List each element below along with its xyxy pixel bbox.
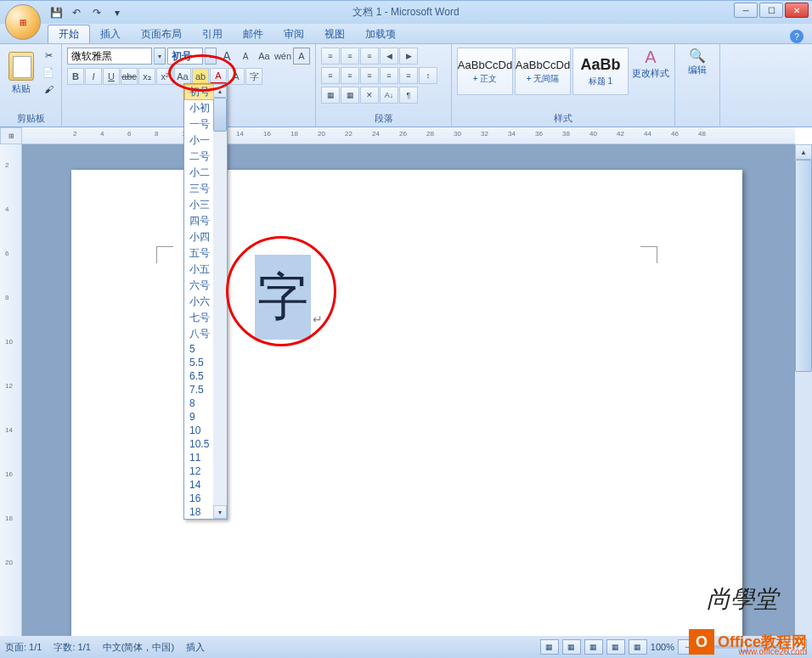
- line-spacing-button[interactable]: ↕: [419, 67, 437, 84]
- qat-more-icon[interactable]: ▾: [109, 4, 126, 21]
- redo-icon[interactable]: ↷: [88, 4, 105, 21]
- paste-button[interactable]: 粘贴: [5, 48, 37, 98]
- group-label-paragraph: 段落: [321, 110, 446, 127]
- dropdown-scrollbar[interactable]: ▲ ▼: [213, 84, 227, 519]
- zoom-level[interactable]: 100%: [651, 642, 674, 652]
- decrease-indent-button[interactable]: ◀: [380, 48, 398, 65]
- tab-review[interactable]: 审阅: [273, 25, 314, 43]
- distribute-button[interactable]: ≡: [399, 67, 418, 84]
- enclose-char-button[interactable]: 字: [245, 68, 262, 85]
- numbering-button[interactable]: ≡: [341, 48, 359, 65]
- tab-mailings[interactable]: 邮件: [233, 25, 273, 43]
- font-name-dropdown[interactable]: ▾: [154, 48, 166, 65]
- view-web[interactable]: ▦: [584, 639, 603, 655]
- scroll-up-button[interactable]: ▲: [213, 84, 227, 98]
- office-button[interactable]: ⊞: [5, 4, 41, 40]
- undo-icon[interactable]: ↶: [68, 4, 85, 21]
- font-size-combo[interactable]: 初号: [167, 48, 203, 65]
- shading-button[interactable]: ▦: [321, 87, 340, 104]
- justify-button[interactable]: ≡: [380, 67, 398, 84]
- selected-text[interactable]: 字: [255, 255, 311, 340]
- tab-layout[interactable]: 页面布局: [131, 25, 192, 43]
- strike-button[interactable]: abc: [121, 68, 138, 85]
- sort-button[interactable]: A↓: [380, 87, 398, 104]
- status-insert-mode[interactable]: 插入: [186, 641, 205, 654]
- watermark-logo: O Office教程网: [689, 629, 807, 655]
- ribbon: 粘贴 ✂ 📄 🖌 剪贴板 微软雅黑 ▾ 初号 ▾ A A Aa wén A: [0, 44, 812, 127]
- shrink-font-button[interactable]: A: [237, 48, 254, 65]
- watermark-brand: 尚學堂: [707, 583, 778, 616]
- tab-view[interactable]: 视图: [314, 25, 355, 43]
- clear-format-button[interactable]: Aa: [256, 48, 273, 65]
- vertical-scrollbar[interactable]: ▲: [795, 144, 812, 636]
- superscript-button[interactable]: x²: [156, 68, 173, 85]
- status-language[interactable]: 中文(简体，中国): [103, 641, 174, 654]
- vertical-ruler[interactable]: 2468101214161820: [0, 144, 22, 636]
- tab-insert[interactable]: 插入: [90, 25, 131, 43]
- bullets-button[interactable]: ≡: [321, 48, 340, 65]
- title-bar: ⊞ 💾 ↶ ↷ ▾ 文档 1 - Microsoft Word ─ ☐ ✕: [0, 0, 812, 24]
- maximize-button[interactable]: ☐: [759, 3, 783, 18]
- scroll-thumb[interactable]: [213, 98, 227, 132]
- change-case-button[interactable]: Aa: [174, 68, 191, 85]
- font-color-button[interactable]: A: [210, 68, 227, 85]
- quick-access-toolbar: 💾 ↶ ↷ ▾: [48, 4, 126, 21]
- bold-button[interactable]: B: [67, 68, 84, 85]
- margin-mark-tr: [640, 246, 657, 263]
- group-label-styles: 样式: [457, 110, 669, 127]
- horizontal-ruler[interactable]: 2468101214161820222426283032343638404244…: [22, 127, 795, 144]
- view-draft[interactable]: ▦: [629, 639, 647, 655]
- borders-button[interactable]: ▦: [341, 87, 359, 104]
- align-center-button[interactable]: ≡: [341, 67, 359, 84]
- close-button[interactable]: ✕: [785, 3, 809, 18]
- view-fullscreen[interactable]: ▦: [562, 639, 581, 655]
- snap-button[interactable]: ✕: [360, 87, 379, 104]
- style-nospacing[interactable]: AaBbCcDd + 无间隔: [515, 48, 571, 95]
- scroll-down-button[interactable]: ▼: [213, 505, 227, 519]
- font-name-combo[interactable]: 微软雅黑: [67, 48, 152, 65]
- underline-button[interactable]: U: [103, 68, 120, 85]
- tab-references[interactable]: 引用: [192, 25, 233, 43]
- tab-home[interactable]: 开始: [48, 25, 90, 43]
- italic-button[interactable]: I: [85, 68, 102, 85]
- char-shading-button[interactable]: A: [228, 68, 245, 85]
- font-size-dropdown-list[interactable]: 初号小初一号小一二号小二三号小三四号小四五号小五六号小六七号八号55.56.57…: [183, 83, 228, 520]
- status-page[interactable]: 页面: 1/1: [5, 641, 42, 654]
- group-label-clipboard: 剪贴板: [5, 110, 56, 127]
- group-clipboard: 粘贴 ✂ 📄 🖌 剪贴板: [0, 44, 62, 127]
- font-size-dropdown[interactable]: ▾: [205, 48, 217, 65]
- ruler-corner[interactable]: ⊞: [0, 127, 22, 144]
- align-right-button[interactable]: ≡: [360, 67, 379, 84]
- minimize-button[interactable]: ─: [734, 3, 758, 18]
- multilevel-button[interactable]: ≡: [360, 48, 379, 65]
- style-normal[interactable]: AaBbCcDd + 正文: [457, 48, 513, 95]
- tab-addins[interactable]: 加载项: [355, 25, 406, 43]
- view-print-layout[interactable]: ▦: [540, 639, 559, 655]
- group-styles: AaBbCcDd + 正文 AaBbCcDd + 无间隔 AaBb 标题 1 A…: [452, 44, 675, 127]
- paste-icon: [8, 52, 34, 81]
- page[interactable]: 字 ↵: [71, 170, 742, 636]
- phonetic-button[interactable]: wén: [274, 48, 291, 65]
- change-styles-button[interactable]: A 更改样式: [632, 48, 669, 80]
- save-icon[interactable]: 💾: [48, 4, 65, 21]
- scroll-up-icon[interactable]: ▲: [795, 144, 812, 160]
- copy-button[interactable]: 📄: [41, 65, 56, 80]
- help-button[interactable]: ?: [790, 30, 804, 43]
- vscroll-thumb[interactable]: [795, 160, 812, 372]
- align-left-button[interactable]: ≡: [321, 67, 340, 84]
- increase-indent-button[interactable]: ▶: [399, 48, 418, 65]
- style-heading1[interactable]: AaBb 标题 1: [572, 48, 629, 95]
- show-marks-button[interactable]: ¶: [399, 87, 418, 104]
- cut-button[interactable]: ✂: [41, 48, 56, 63]
- status-words[interactable]: 字数: 1/1: [54, 641, 90, 654]
- subscript-button[interactable]: x₂: [138, 68, 155, 85]
- char-border-button[interactable]: A: [293, 48, 310, 65]
- ribbon-tabs: 开始 插入 页面布局 引用 邮件 审阅 视图 加载项 ?: [0, 24, 812, 44]
- view-outline[interactable]: ▦: [606, 639, 625, 655]
- paragraph-mark-icon: ↵: [313, 312, 323, 326]
- grow-font-button[interactable]: A: [218, 48, 235, 65]
- edit-button[interactable]: 🔍 编辑: [680, 48, 714, 76]
- highlight-button[interactable]: ab: [192, 68, 209, 85]
- format-painter-button[interactable]: 🖌: [41, 82, 56, 97]
- document-area[interactable]: 字 ↵: [22, 144, 795, 636]
